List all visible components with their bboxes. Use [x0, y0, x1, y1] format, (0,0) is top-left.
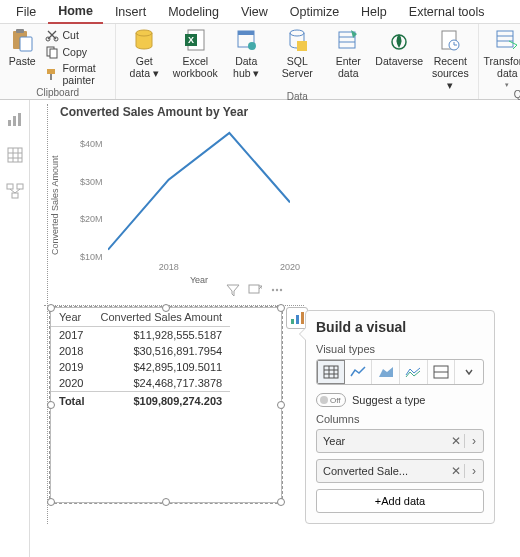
report-canvas: Converted Sales Amount by Year Converted… [30, 100, 520, 557]
selection-handle[interactable] [47, 498, 55, 506]
remove-field-icon[interactable]: ✕ [448, 464, 464, 478]
table-row[interactable]: 2018$30,516,891.7954 [51, 343, 230, 359]
pane-caret [299, 327, 306, 341]
menu-tab-home[interactable]: Home [48, 0, 103, 24]
field-menu-icon[interactable]: › [465, 464, 483, 478]
selection-handle[interactable] [277, 304, 285, 312]
ribbon-button-label: Enterdata [336, 55, 361, 79]
table-total-row: Total$109,809,274.203 [51, 392, 230, 410]
menu-tab-insert[interactable]: Insert [105, 1, 156, 23]
menubar: FileHomeInsertModelingViewOptimizeHelpEx… [0, 0, 520, 24]
svg-rect-38 [249, 285, 259, 293]
svg-rect-27 [8, 120, 11, 126]
paste-button[interactable]: Paste [6, 27, 39, 67]
suggest-state: Off [330, 396, 341, 405]
total-label: Total [51, 392, 92, 410]
menu-tab-optimize[interactable]: Optimize [280, 1, 349, 23]
ribbon: Paste Cut Copy Format painter Clipboard … [0, 24, 520, 100]
ribbon-group-queries: Transform data ▾ Refresh Queries [479, 24, 520, 99]
column-header[interactable]: Converted Sales Amount [92, 308, 230, 327]
sql-icon [284, 27, 310, 53]
cylinder-icon [131, 27, 157, 53]
suggest-label: Suggest a type [352, 394, 425, 406]
suggest-toggle[interactable]: Off [316, 393, 346, 407]
excel-icon: X [182, 27, 208, 53]
cell-amount: $30,516,891.7954 [92, 343, 230, 359]
selection-handle[interactable] [277, 401, 285, 409]
format-painter-button[interactable]: Format painter [43, 61, 110, 87]
cut-label: Cut [63, 29, 79, 41]
y-tick: $40M [80, 139, 103, 149]
table-visual[interactable]: Year Converted Sales Amount 2017$11,928,… [50, 307, 282, 503]
recent-sources-button[interactable]: Recentsources ▾ [428, 27, 472, 91]
get-data-button[interactable]: Getdata ▾ [122, 27, 166, 79]
ribbon-button-label: Getdata ▾ [130, 55, 159, 79]
format-painter-label: Format painter [63, 62, 108, 86]
excel-workbook-button[interactable]: XExcelworkbook [173, 27, 217, 79]
data-hub-button[interactable]: Datahub ▾ [224, 27, 268, 79]
visual-type-line[interactable] [345, 360, 373, 384]
selection-handle[interactable] [277, 498, 285, 506]
x-tick: 2020 [280, 262, 300, 272]
visual-type-table[interactable] [317, 360, 345, 384]
dataverse-button[interactable]: Dataverse [377, 27, 421, 67]
field-well-item[interactable]: Converted Sale...✕› [316, 459, 484, 483]
report-view-button[interactable] [6, 110, 24, 128]
cell-amount: $24,468,717.3878 [92, 375, 230, 392]
selection-handle[interactable] [162, 498, 170, 506]
more-options-icon[interactable] [270, 283, 284, 297]
selection-handle[interactable] [162, 304, 170, 312]
data-table: Year Converted Sales Amount 2017$11,928,… [51, 308, 230, 409]
enter-data-button[interactable]: Enterdata [326, 27, 370, 79]
selection-handle[interactable] [47, 304, 55, 312]
cut-button[interactable]: Cut [43, 27, 110, 43]
column-header[interactable]: Year [51, 308, 92, 327]
svg-point-40 [276, 289, 278, 291]
y-tick: $30M [80, 177, 103, 187]
sql-server-button[interactable]: SQLServer [275, 27, 319, 79]
svg-rect-28 [13, 116, 16, 126]
filter-icon[interactable] [226, 283, 240, 297]
svg-rect-2 [20, 37, 32, 51]
copy-button[interactable]: Copy [43, 44, 110, 60]
menu-tab-view[interactable]: View [231, 1, 278, 23]
menu-tab-file[interactable]: File [6, 1, 46, 23]
ribbon-button-label: Dataverse [375, 55, 423, 67]
model-view-button[interactable] [6, 182, 24, 200]
field-menu-icon[interactable]: › [465, 434, 483, 448]
svg-text:X: X [188, 35, 194, 45]
visual-type-more[interactable] [455, 360, 483, 384]
table-row[interactable]: 2019$42,895,109.5011 [51, 359, 230, 375]
svg-rect-36 [17, 184, 23, 189]
data-view-button[interactable] [6, 146, 24, 164]
svg-rect-7 [47, 69, 55, 74]
visual-type-area[interactable] [372, 360, 400, 384]
field-name: Year [317, 435, 448, 447]
line-chart-visual[interactable]: Converted Sales Amount by Year Converted… [60, 105, 290, 295]
ribbon-group-clipboard: Paste Cut Copy Format painter Clipboard [0, 24, 116, 99]
suggest-row: Off Suggest a type [316, 393, 484, 407]
visual-type-ribbon[interactable] [400, 360, 428, 384]
svg-rect-15 [238, 31, 254, 35]
table-row[interactable]: 2017$11,928,555.5187 [51, 327, 230, 344]
menu-tab-help[interactable]: Help [351, 1, 397, 23]
svg-rect-6 [50, 49, 57, 58]
remove-field-icon[interactable]: ✕ [448, 434, 464, 448]
menu-tab-external-tools[interactable]: External tools [399, 1, 495, 23]
add-data-button[interactable]: +Add data [316, 489, 484, 513]
paste-label: Paste [9, 55, 36, 67]
selection-handle[interactable] [47, 401, 55, 409]
guide-vertical [47, 104, 48, 524]
svg-rect-18 [297, 41, 307, 51]
table-row[interactable]: 2020$24,468,717.3878 [51, 375, 230, 392]
transform-data-button[interactable]: Transform data ▾ [485, 27, 520, 89]
focus-mode-icon[interactable] [248, 283, 262, 297]
pane-title: Build a visual [316, 319, 484, 335]
svg-rect-1 [16, 29, 24, 33]
menu-tab-modeling[interactable]: Modeling [158, 1, 229, 23]
ribbon-button-label: Datahub ▾ [233, 55, 259, 79]
chart-title: Converted Sales Amount by Year [60, 105, 290, 119]
ribbon-button-label: Recentsources ▾ [428, 55, 472, 91]
field-well-item[interactable]: Year✕› [316, 429, 484, 453]
visual-type-stacked[interactable] [428, 360, 456, 384]
